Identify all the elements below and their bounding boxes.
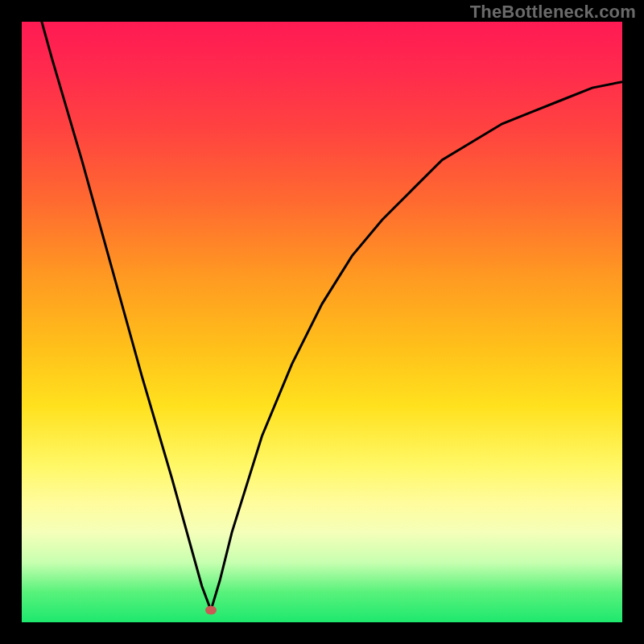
plot-area (22, 22, 622, 622)
chart-frame: TheBottleneck.com (0, 0, 644, 644)
watermark-text: TheBottleneck.com (470, 2, 636, 23)
curve-line (22, 22, 622, 610)
optimum-marker-icon (205, 606, 217, 615)
bottleneck-curve (22, 22, 622, 622)
